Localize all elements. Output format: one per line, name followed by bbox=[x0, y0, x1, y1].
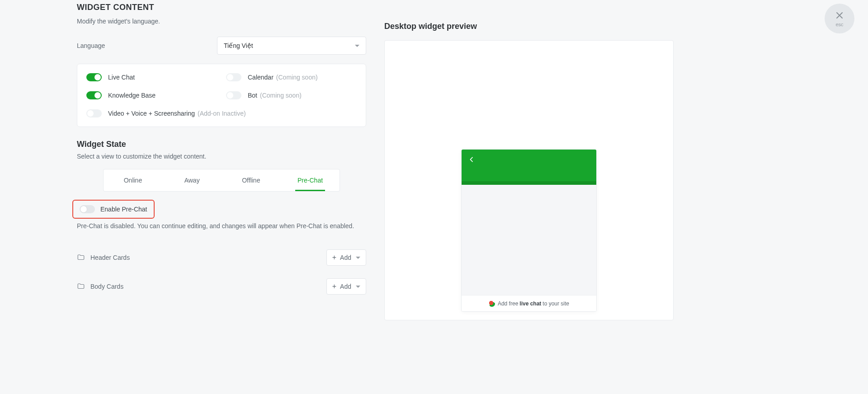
brand-icon bbox=[489, 300, 495, 307]
add-body-card-label: Add bbox=[340, 283, 351, 290]
close-icon bbox=[834, 10, 845, 21]
feature-toggles-box: Live Chat Calendar (Coming soon) Knowled… bbox=[77, 64, 366, 127]
preview-frame: Add free live chat to your site bbox=[384, 40, 674, 320]
prechat-disabled-note: Pre-Chat is disabled. You can continue e… bbox=[77, 222, 366, 230]
widget-state-subtitle: Select a view to customize the widget co… bbox=[77, 153, 366, 160]
livechat-toggle[interactable] bbox=[86, 73, 102, 81]
calendar-label: Calendar bbox=[248, 74, 274, 81]
bot-label: Bot bbox=[248, 92, 257, 99]
footer-suffix: to your site bbox=[542, 300, 569, 307]
widget-preview-header-bar bbox=[462, 181, 596, 185]
close-esc-label: esc bbox=[835, 22, 843, 27]
enable-prechat-highlight: Enable Pre-Chat bbox=[72, 200, 155, 219]
widget-state-tabs: Online Away Offline Pre-Chat bbox=[103, 169, 340, 192]
body-cards-label: Body Cards bbox=[90, 283, 123, 290]
vvs-label: Video + Voice + Screensharing bbox=[108, 110, 195, 117]
tab-prechat[interactable]: Pre-Chat bbox=[281, 169, 340, 191]
language-label: Language bbox=[77, 42, 217, 49]
chevron-down-icon bbox=[356, 257, 360, 259]
chevron-left-icon bbox=[468, 156, 475, 163]
plus-icon: + bbox=[332, 282, 336, 291]
tab-away[interactable]: Away bbox=[162, 169, 222, 191]
chevron-down-icon bbox=[356, 286, 360, 288]
footer-bold: live chat bbox=[519, 300, 541, 307]
page-subtitle: Modify the widget's language. bbox=[77, 18, 366, 25]
page-title: WIDGET CONTENT bbox=[77, 3, 366, 12]
bot-toggle bbox=[226, 91, 241, 99]
language-select-value: Tiếng Việt bbox=[224, 42, 253, 49]
folder-icon bbox=[77, 253, 85, 262]
folder-icon bbox=[77, 282, 85, 291]
enable-prechat-label: Enable Pre-Chat bbox=[100, 206, 147, 213]
language-select[interactable]: Tiếng Việt bbox=[217, 37, 366, 55]
calendar-note: (Coming soon) bbox=[276, 74, 318, 81]
widget-preview: Add free live chat to your site bbox=[461, 149, 597, 312]
widget-preview-body bbox=[462, 185, 596, 295]
widget-state-title: Widget State bbox=[77, 140, 366, 149]
footer-prefix: Add free bbox=[498, 300, 518, 307]
bot-note: (Coming soon) bbox=[260, 92, 302, 99]
preview-title: Desktop widget preview bbox=[384, 22, 674, 31]
livechat-label: Live Chat bbox=[108, 74, 135, 81]
vvs-note: (Add-on Inactive) bbox=[198, 110, 246, 117]
tab-online[interactable]: Online bbox=[104, 169, 163, 191]
widget-preview-footer: Add free live chat to your site bbox=[462, 295, 596, 311]
add-header-card-button[interactable]: + Add bbox=[326, 249, 366, 266]
chevron-down-icon bbox=[355, 45, 359, 47]
plus-icon: + bbox=[332, 253, 336, 262]
vvs-toggle bbox=[86, 109, 102, 117]
tab-offline[interactable]: Offline bbox=[222, 169, 281, 191]
calendar-toggle bbox=[226, 73, 241, 81]
add-header-card-label: Add bbox=[340, 254, 351, 261]
header-cards-label: Header Cards bbox=[90, 254, 130, 261]
close-button[interactable]: esc bbox=[825, 4, 854, 33]
kb-toggle[interactable] bbox=[86, 91, 102, 99]
add-body-card-button[interactable]: + Add bbox=[326, 278, 366, 295]
widget-preview-header bbox=[462, 150, 596, 181]
enable-prechat-toggle[interactable] bbox=[80, 205, 95, 213]
kb-label: Knowledge Base bbox=[108, 92, 156, 99]
